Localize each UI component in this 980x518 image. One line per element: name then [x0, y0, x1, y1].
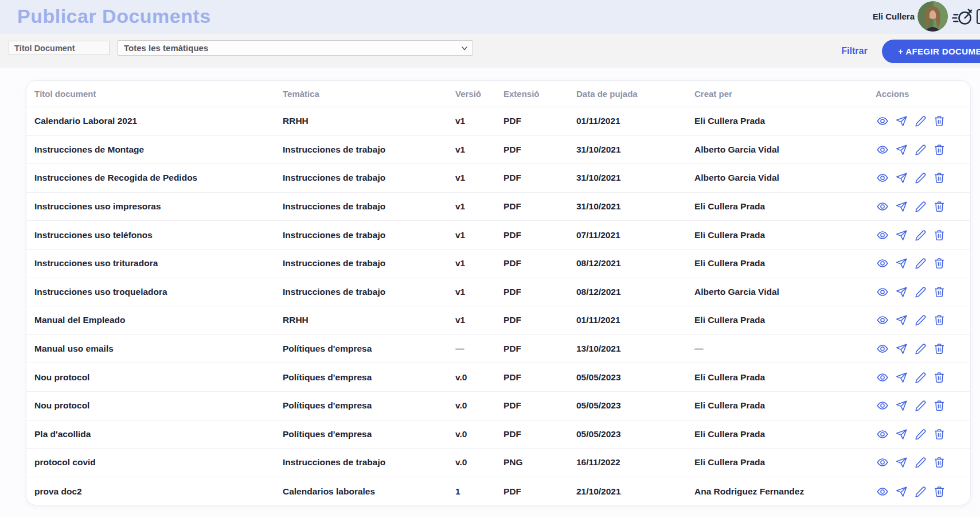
view-icon[interactable]	[876, 143, 889, 157]
delete-icon[interactable]	[932, 485, 946, 498]
cell-extensio: PDF	[503, 230, 576, 240]
row-actions	[876, 285, 970, 299]
delete-icon[interactable]	[932, 313, 946, 327]
topic-select[interactable]: Totes les temàtiques	[118, 40, 473, 56]
table-row: Manual del EmpleadoRRHHv1PDF01/11/2021El…	[26, 306, 970, 335]
cell-tematica: Polítiques d'empresa	[283, 372, 455, 383]
cell-data-pujada: 08/12/2021	[576, 287, 694, 297]
edit-icon[interactable]	[913, 342, 927, 356]
delete-icon[interactable]	[932, 455, 946, 469]
send-icon[interactable]	[895, 485, 908, 498]
cell-creat-per: Eli Cullera Prada	[694, 116, 876, 126]
cell-creat-per: Alberto Garcia Vidal	[694, 173, 876, 183]
cell-creat-per: Eli Cullera Prada	[694, 258, 876, 268]
cell-tematica: Instrucciones de trabajo	[283, 457, 455, 468]
edit-icon[interactable]	[913, 285, 927, 299]
view-icon[interactable]	[876, 427, 889, 441]
row-actions	[876, 256, 970, 270]
delete-icon[interactable]	[932, 285, 946, 299]
delete-icon[interactable]	[932, 200, 946, 213]
cell-title: Calendario Laboral 2021	[34, 116, 283, 126]
edit-icon[interactable]	[913, 313, 927, 327]
row-actions	[876, 143, 970, 157]
view-icon[interactable]	[876, 342, 889, 356]
view-icon[interactable]	[876, 371, 889, 384]
send-icon[interactable]	[895, 455, 908, 469]
view-icon[interactable]	[876, 455, 889, 469]
table-header: Títol document Temàtica Versió Extensió …	[26, 81, 970, 107]
send-icon[interactable]	[895, 371, 908, 384]
cell-title: Nou protocol	[34, 372, 283, 383]
view-icon[interactable]	[876, 200, 889, 213]
search-input[interactable]	[9, 41, 110, 55]
send-icon[interactable]	[895, 342, 908, 356]
row-actions	[876, 455, 970, 469]
send-icon[interactable]	[895, 200, 908, 213]
table-row: Nou protocolPolítiques d'empresav.0PDF05…	[26, 392, 970, 420]
send-icon[interactable]	[895, 313, 908, 327]
view-icon[interactable]	[876, 171, 889, 185]
edit-icon[interactable]	[913, 371, 927, 384]
cell-data-pujada: 05/05/2023	[576, 372, 694, 383]
row-actions	[876, 371, 970, 384]
delete-icon[interactable]	[932, 371, 946, 384]
edit-icon[interactable]	[913, 114, 927, 128]
send-icon[interactable]	[895, 114, 908, 128]
table-body: Calendario Laboral 2021RRHHv1PDF01/11/20…	[26, 107, 970, 505]
cell-tematica: Instrucciones de trabajo	[283, 287, 455, 297]
cell-title: protocol covid	[34, 457, 283, 468]
view-icon[interactable]	[876, 313, 889, 327]
edit-icon[interactable]	[913, 200, 927, 213]
table-row: Instrucciones de MontageInstrucciones de…	[26, 136, 970, 165]
edit-icon[interactable]	[913, 171, 927, 185]
delete-icon[interactable]	[932, 256, 946, 270]
cell-title: Instrucciones de Recogida de Pedidos	[34, 173, 283, 183]
add-document-button[interactable]: + AFEGIR DOCUMENT	[882, 40, 980, 63]
view-icon[interactable]	[876, 114, 889, 128]
edit-icon[interactable]	[913, 399, 927, 412]
edit-icon[interactable]	[913, 256, 927, 270]
cell-tematica: Instrucciones de trabajo	[283, 230, 455, 240]
avatar[interactable]	[917, 1, 948, 32]
delete-icon[interactable]	[932, 427, 946, 441]
send-icon[interactable]	[895, 143, 908, 157]
delete-icon[interactable]	[932, 143, 946, 157]
delete-icon[interactable]	[932, 171, 946, 185]
logout-icon[interactable]	[974, 7, 980, 26]
send-icon[interactable]	[895, 171, 908, 185]
send-icon[interactable]	[895, 427, 908, 441]
send-icon[interactable]	[895, 256, 908, 270]
cell-extensio: PDF	[503, 400, 576, 411]
send-icon[interactable]	[895, 228, 908, 242]
view-icon[interactable]	[876, 485, 889, 498]
filtrar-link[interactable]: Filtrar	[834, 34, 874, 68]
cell-versio: v1	[455, 258, 503, 268]
delete-icon[interactable]	[932, 342, 946, 356]
edit-icon[interactable]	[913, 143, 927, 157]
delete-icon[interactable]	[932, 114, 946, 128]
row-actions	[876, 342, 970, 356]
cell-creat-per: Alberto Garcia Vidal	[694, 145, 876, 155]
avatar-image	[917, 1, 948, 32]
cell-creat-per: Ana Rodriguez Fernandez	[694, 486, 876, 497]
row-actions	[876, 427, 970, 441]
edit-icon[interactable]	[913, 228, 927, 242]
view-icon[interactable]	[876, 228, 889, 242]
cell-title: Instrucciones uso troqueladora	[34, 287, 283, 297]
edit-icon[interactable]	[913, 455, 927, 469]
view-icon[interactable]	[876, 285, 889, 299]
cell-versio: v1	[455, 230, 503, 240]
edit-icon[interactable]	[913, 427, 927, 441]
col-header-creat-per: Creat per	[694, 89, 876, 99]
cell-data-pujada: 01/11/2021	[576, 315, 694, 325]
cell-title: prova doc2	[34, 486, 283, 497]
delete-icon[interactable]	[932, 228, 946, 242]
send-icon[interactable]	[895, 285, 908, 299]
delete-icon[interactable]	[932, 399, 946, 412]
send-icon[interactable]	[895, 399, 908, 412]
view-icon[interactable]	[876, 399, 889, 412]
cell-extensio: PDF	[503, 344, 576, 354]
edit-icon[interactable]	[913, 485, 927, 498]
stopwatch-icon[interactable]	[952, 6, 974, 28]
view-icon[interactable]	[876, 256, 889, 270]
